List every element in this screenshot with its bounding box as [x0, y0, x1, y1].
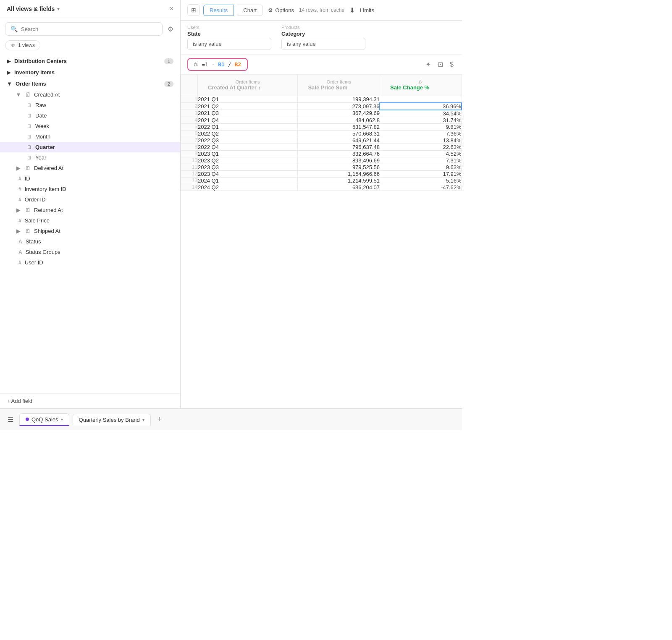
- cell-b-8[interactable]: 796,637.48: [298, 144, 380, 150]
- cell-c-11[interactable]: 9.63%: [380, 164, 462, 170]
- formula-action-dollar[interactable]: $: [448, 59, 455, 70]
- table-row: 102023 Q2893,496.697.31%: [181, 157, 462, 164]
- table-row: 22021 Q2273,097.3636.96%: [181, 103, 462, 110]
- cell-b-13[interactable]: 1,214,599.51: [298, 177, 380, 184]
- tree-item-raw[interactable]: 🗓 Raw: [0, 100, 180, 110]
- cell-b-14[interactable]: 636,204.07: [298, 184, 380, 191]
- cell-a-14[interactable]: 2024 Q2: [198, 184, 298, 191]
- cell-a-11[interactable]: 2023 Q3: [198, 164, 298, 170]
- tree-item-month[interactable]: 🗓 Month: [0, 131, 180, 142]
- cell-a-6[interactable]: 2022 Q2: [198, 130, 298, 137]
- cell-b-1[interactable]: 199,394.31: [298, 96, 380, 103]
- formula-text-before: =1 -: [202, 61, 218, 68]
- cell-a-10[interactable]: 2023 Q2: [198, 157, 298, 164]
- tree-item-week[interactable]: 🗓 Week: [0, 121, 180, 131]
- tree-section-order-items: ▼ Order Items 2 ▼ 🗓 Created At 🗓: [0, 78, 180, 268]
- options-button[interactable]: ⚙ Options: [268, 7, 294, 13]
- tree-item-inventory-item-id[interactable]: # Inventory Item ID: [0, 184, 180, 194]
- cell-a-9[interactable]: 2023 Q1: [198, 150, 298, 157]
- cell-b-2[interactable]: 273,097.36: [298, 103, 380, 110]
- formula-b2: B2: [234, 61, 241, 68]
- cell-b-10[interactable]: 893,496.69: [298, 157, 380, 164]
- cell-c-5[interactable]: 9.81%: [380, 123, 462, 130]
- col-b-name: Sale Price Sum: [308, 84, 347, 91]
- cell-c-4[interactable]: 31.74%: [380, 117, 462, 123]
- tab-quarterly-brand[interactable]: Quarterly Sales by Brand ▾: [73, 414, 151, 426]
- tree-section-header-inventory[interactable]: ▶ Inventory Items: [0, 67, 180, 78]
- tree-item-id[interactable]: # ID: [0, 173, 180, 184]
- panel-toggle-button[interactable]: ⊞: [187, 4, 200, 16]
- cell-b-11[interactable]: 979,525.56: [298, 164, 380, 170]
- cell-a-3[interactable]: 2021 Q3: [198, 110, 298, 117]
- cell-a-13[interactable]: 2024 Q1: [198, 177, 298, 184]
- tree-item-status-groups[interactable]: A Status Groups: [0, 247, 180, 257]
- cell-a-1[interactable]: 2021 Q1: [198, 96, 298, 103]
- download-button[interactable]: ⬇: [349, 6, 355, 14]
- col-b-source: Order Items: [308, 79, 370, 84]
- cell-c-7[interactable]: 13.84%: [380, 137, 462, 144]
- filter-options-button[interactable]: ⚙: [166, 24, 175, 35]
- tree-item-quarter[interactable]: 🗓 Quarter: [0, 142, 180, 152]
- panel-collapse-button[interactable]: ×: [170, 5, 173, 13]
- tree-item-delivered-at[interactable]: ▶ 🗓 Delivered At: [0, 163, 180, 173]
- tree-section-header-distribution[interactable]: ▶ Distribution Centers 1: [0, 55, 180, 67]
- tab-menu-button[interactable]: ☰: [5, 413, 16, 426]
- tab-add-button[interactable]: +: [154, 413, 165, 426]
- cell-b-9[interactable]: 832,664.76: [298, 150, 380, 157]
- formula-action-expand[interactable]: ⊡: [436, 59, 445, 70]
- limits-button[interactable]: Limits: [360, 7, 374, 13]
- cell-c-8[interactable]: 22.63%: [380, 144, 462, 150]
- cell-a-2[interactable]: 2021 Q2: [198, 103, 298, 110]
- row-num-6: 6: [181, 130, 198, 137]
- cell-c-1[interactable]: [380, 96, 462, 103]
- status-icon: A: [18, 239, 22, 245]
- cell-c-6[interactable]: 7.36%: [380, 130, 462, 137]
- tree-section-header-order[interactable]: ▼ Order Items 2: [0, 78, 180, 89]
- cell-a-8[interactable]: 2022 Q4: [198, 144, 298, 150]
- row-num-8: 8: [181, 144, 198, 150]
- cell-b-3[interactable]: 367,429.69: [298, 110, 380, 117]
- add-field-button[interactable]: + Add field: [0, 393, 180, 408]
- tree-item-date[interactable]: 🗓 Date: [0, 110, 180, 121]
- search-input[interactable]: [21, 26, 157, 32]
- tree-item-sale-price[interactable]: # Sale Price: [0, 215, 180, 226]
- cell-b-12[interactable]: 1,154,966.66: [298, 170, 380, 177]
- tree-item-order-id[interactable]: # Order ID: [0, 194, 180, 205]
- tree-item-year[interactable]: 🗓 Year: [0, 152, 180, 163]
- chart-tab-button[interactable]: Chart: [237, 5, 263, 16]
- results-tab-button[interactable]: Results: [203, 5, 234, 16]
- cell-a-5[interactable]: 2022 Q1: [198, 123, 298, 130]
- tree-item-status[interactable]: A Status: [0, 236, 180, 247]
- user-id-hash-icon: #: [18, 260, 21, 266]
- id-hash-icon: #: [18, 176, 21, 182]
- week-icon: 🗓: [27, 123, 32, 129]
- table-row: 12021 Q1199,394.31: [181, 96, 462, 103]
- cell-b-4[interactable]: 484,062.8: [298, 117, 380, 123]
- cell-b-6[interactable]: 570,668.31: [298, 130, 380, 137]
- cell-c-14[interactable]: -47.62%: [380, 184, 462, 191]
- cell-c-10[interactable]: 7.31%: [380, 157, 462, 164]
- cell-c-13[interactable]: 5.16%: [380, 177, 462, 184]
- tree-item-created-at[interactable]: ▼ 🗓 Created At: [0, 89, 180, 100]
- filter-input-state[interactable]: is any value: [187, 38, 271, 50]
- cell-c-12[interactable]: 17.91%: [380, 170, 462, 177]
- cell-a-4[interactable]: 2021 Q4: [198, 117, 298, 123]
- cell-c-2[interactable]: 36.96%: [380, 103, 462, 110]
- tree-item-label-user-id: User ID: [25, 259, 43, 266]
- formula-action-sparkle[interactable]: ✦: [424, 59, 433, 70]
- tree-item-returned-at[interactable]: ▶ 🗓 Returned At: [0, 205, 180, 215]
- table-row: 72022 Q3649,621.4413.84%: [181, 137, 462, 144]
- cell-b-5[interactable]: 531,547.82: [298, 123, 380, 130]
- tree-item-shipped-at[interactable]: ▶ 🗓 Shipped At: [0, 226, 180, 236]
- tree-item-user-id[interactable]: # User ID: [0, 257, 180, 268]
- cell-a-7[interactable]: 2022 Q3: [198, 137, 298, 144]
- cell-a-12[interactable]: 2023 Q4: [198, 170, 298, 177]
- tab-qoq-sales[interactable]: QoQ Sales ▾: [19, 413, 69, 426]
- cell-c-9[interactable]: 4.52%: [380, 150, 462, 157]
- right-header: ⊞ Results Chart ⚙ Options 14 rows, from …: [181, 0, 462, 21]
- cell-c-3[interactable]: 34.54%: [380, 110, 462, 117]
- cell-b-7[interactable]: 649,621.44: [298, 137, 380, 144]
- filter-input-category[interactable]: is any value: [281, 38, 365, 50]
- views-badge[interactable]: 👁 1 views: [5, 40, 40, 50]
- main-layout: All views & fields ▾ × 🔍 ⚙ 👁 1 views ▶: [0, 0, 462, 408]
